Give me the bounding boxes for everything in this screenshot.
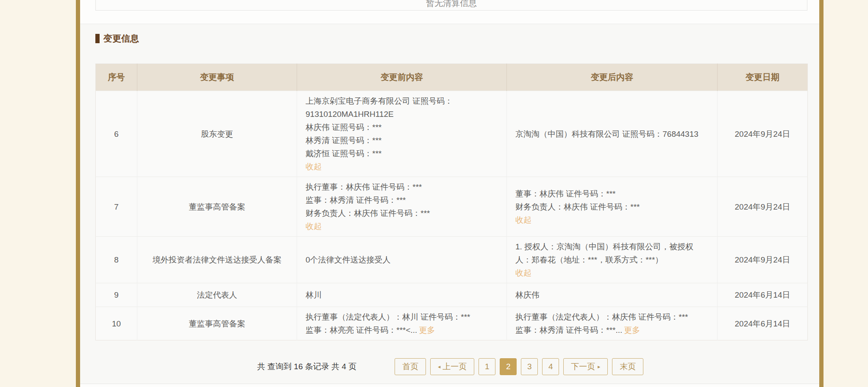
button-label: 首页 <box>402 361 418 372</box>
previous-section-remnant: 暂无清算信息 <box>80 0 819 24</box>
arrow-right-icon: ▸ <box>598 364 600 370</box>
arrow-left-icon: ◂ <box>438 364 440 370</box>
pagination-bar: 共 查询到 16 条记录 共 4 页 首页◂上一页1234下一页▸末页 <box>95 357 807 376</box>
cell-text: 财务负责人：林庆伟 证件号码：*** <box>306 209 430 218</box>
cell-text: 执行董事（法定代表人）：林庆伟 证件号码：*** <box>515 312 688 321</box>
cell-text: 戴济恒 证照号码：*** <box>306 149 381 158</box>
cell-line: 林秀清 证照号码：*** <box>306 134 498 147</box>
liquidation-empty-notice: 暂无清算信息 <box>426 0 477 10</box>
table-row-8: 8境外投资者法律文件送达接受人备案0个法律文件送达接受人1. 授权人：京淘淘（中… <box>96 237 808 283</box>
pagination-buttons: 首页◂上一页1234下一页▸末页 <box>392 358 645 375</box>
table-row-6: 6股东变更上海京剁宝电子商务有限公司 证照号码：91310120MA1HRH11… <box>96 91 808 177</box>
cell-line: 财务负责人：林庆伟 证件号码：*** <box>515 200 709 213</box>
collapse-link[interactable]: 收起 <box>515 266 709 279</box>
cell-line: 1. 授权人：京淘淘（中国）科技有限公司，被授权人：郑春花（地址：***，联系方… <box>515 240 709 266</box>
pagination-first-button[interactable]: 首页 <box>395 358 426 375</box>
before-content: 执行董事：林庆伟 证件号码：***监事：林秀清 证件号码：***财务负责人：林庆… <box>297 177 507 237</box>
section-marker-icon <box>95 34 100 43</box>
cell-line: 京淘淘（中国）科技有限公司 证照号码：76844313 <box>515 127 709 141</box>
section-title: 变更信息 <box>103 33 139 44</box>
liquidation-info-panel: 暂无清算信息 <box>95 0 807 11</box>
before-content: 0个法律文件送达接受人 <box>297 237 507 283</box>
row-number: 9 <box>96 283 137 307</box>
cell-text: 林秀清 证照号码：*** <box>306 136 381 145</box>
after-content: 京淘淘（中国）科技有限公司 证照号码：76844313 <box>507 91 718 177</box>
cell-line: 执行董事：林庆伟 证件号码：*** <box>306 180 498 194</box>
after-content: 执行董事（法定代表人）：林庆伟 证件号码：***监事：林秀清 证件号码：***.… <box>507 307 718 340</box>
table-row-9: 9法定代表人林川林庆伟2024年6月14日 <box>96 283 808 307</box>
pagination-prev-button[interactable]: ◂上一页 <box>430 358 474 375</box>
cell-text: 京淘淘（中国）科技有限公司 证照号码：76844313 <box>515 130 698 138</box>
change-item: 董监事高管备案 <box>137 307 297 340</box>
record-count-summary: 共 查询到 16 条记录 共 4 页 <box>257 361 356 372</box>
cell-line: 执行董事（法定代表人）：林庆伟 证件号码：*** <box>515 310 709 323</box>
main-content: 暂无清算信息 变更信息 序号变更事项变更前内容变更后内容变更日期 6股东变更上海… <box>80 0 819 387</box>
pagination-next-button[interactable]: 下一页▸ <box>563 358 608 375</box>
before-content: 林川 <box>297 283 507 307</box>
more-link[interactable]: 更多 <box>419 326 435 334</box>
cell-text: 林庆伟 <box>515 290 540 299</box>
more-link[interactable]: 更多 <box>624 326 640 334</box>
change-item: 董监事高管备案 <box>137 177 297 237</box>
button-label: 3 <box>527 362 532 371</box>
after-content: 1. 授权人：京淘淘（中国）科技有限公司，被授权人：郑春花（地址：***，联系方… <box>507 237 718 283</box>
cell-line: 监事：林秀清 证件号码：***...更多 <box>515 323 709 337</box>
cell-line: 监事：林秀清 证件号码：*** <box>306 194 498 207</box>
table-header-row: 序号变更事项变更前内容变更后内容变更日期 <box>96 64 808 91</box>
cell-text: 董事：林庆伟 证件号码：*** <box>515 189 615 198</box>
before-content: 上海京剁宝电子商务有限公司 证照号码：91310120MA1HRH112E林庆伟… <box>297 91 507 177</box>
column-header-4: 变更日期 <box>718 64 808 91</box>
cell-text: 监事：林秀清 证件号码：*** <box>306 196 406 205</box>
change-info-table-wrap: 序号变更事项变更前内容变更后内容变更日期 6股东变更上海京剁宝电子商务有限公司 … <box>95 64 807 340</box>
button-label: 1 <box>485 362 490 371</box>
cell-text: 监事：林亮亮 证件号码：***<... <box>306 326 417 334</box>
change-date: 2024年9月24日 <box>718 91 808 177</box>
column-header-0: 序号 <box>96 64 137 91</box>
after-content: 董事：林庆伟 证件号码：***财务负责人：林庆伟 证件号码：***收起 <box>507 177 718 237</box>
cell-text: 执行董事：林庆伟 证件号码：*** <box>306 182 422 191</box>
pagination-page-3-button[interactable]: 3 <box>521 358 538 375</box>
cell-line: 财务负责人：林庆伟 证件号码：*** <box>306 207 498 220</box>
row-number: 6 <box>96 91 137 177</box>
change-item: 法定代表人 <box>137 283 297 307</box>
row-number: 7 <box>96 177 137 237</box>
cell-text: 上海京剁宝电子商务有限公司 证照号码：91310120MA1HRH112E <box>306 97 453 119</box>
pagination-page-2-button[interactable]: 2 <box>500 358 517 375</box>
cell-line: 上海京剁宝电子商务有限公司 证照号码：91310120MA1HRH112E <box>306 94 498 121</box>
cell-text: 财务负责人：林庆伟 证件号码：*** <box>515 202 640 211</box>
pagination-page-1-button[interactable]: 1 <box>479 358 495 375</box>
column-header-2: 变更前内容 <box>297 64 507 91</box>
change-item: 股东变更 <box>137 91 297 177</box>
after-content: 林庆伟 <box>507 283 718 307</box>
cell-line: 林川 <box>306 288 498 301</box>
change-item: 境外投资者法律文件送达接受人备案 <box>137 237 297 283</box>
change-date: 2024年9月24日 <box>718 177 808 237</box>
button-label: 2 <box>506 362 511 371</box>
pagination-page-4-button[interactable]: 4 <box>542 358 559 375</box>
change-date: 2024年6月14日 <box>718 283 808 307</box>
right-gold-border <box>819 0 823 387</box>
collapse-link[interactable]: 收起 <box>515 213 709 227</box>
column-header-3: 变更后内容 <box>507 64 718 91</box>
left-gold-border <box>76 0 80 387</box>
collapse-link[interactable]: 收起 <box>306 160 498 173</box>
cell-line: 监事：林亮亮 证件号码：***<...更多 <box>306 323 498 337</box>
cell-text: 执行董事（法定代表人）：林川 证件号码：*** <box>306 312 470 321</box>
pagination-last-button[interactable]: 末页 <box>612 358 643 375</box>
table-row-7: 7董监事高管备案执行董事：林庆伟 证件号码：***监事：林秀清 证件号码：***… <box>96 177 808 237</box>
change-date: 2024年9月24日 <box>718 237 808 283</box>
button-label: 上一页 <box>442 361 467 372</box>
cell-line: 0个法律文件送达接受人 <box>306 253 498 266</box>
change-date: 2024年6月14日 <box>718 307 808 340</box>
change-info-table: 序号变更事项变更前内容变更后内容变更日期 6股东变更上海京剁宝电子商务有限公司 … <box>95 64 808 340</box>
cell-line: 董事：林庆伟 证件号码：*** <box>515 187 709 200</box>
row-number: 8 <box>96 237 137 283</box>
button-label: 4 <box>548 362 553 371</box>
cell-line: 执行董事（法定代表人）：林川 证件号码：*** <box>306 310 498 323</box>
column-header-1: 变更事项 <box>137 64 297 91</box>
cell-text: 1. 授权人：京淘淘（中国）科技有限公司，被授权人：郑春花（地址：***，联系方… <box>515 242 693 264</box>
row-number: 10 <box>96 307 137 340</box>
table-row-10: 10董监事高管备案执行董事（法定代表人）：林川 证件号码：***监事：林亮亮 证… <box>96 307 808 340</box>
collapse-link[interactable]: 收起 <box>306 220 498 233</box>
cell-line: 林庆伟 <box>515 288 709 301</box>
